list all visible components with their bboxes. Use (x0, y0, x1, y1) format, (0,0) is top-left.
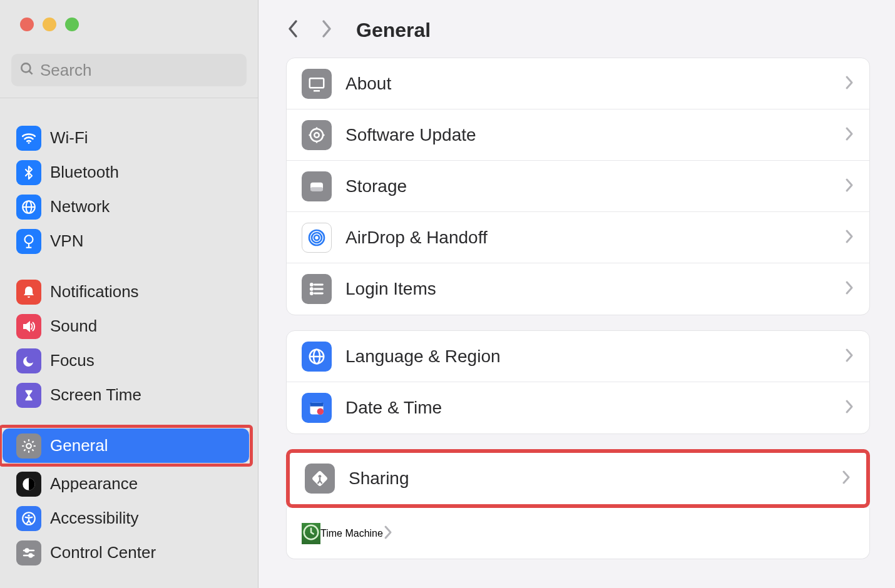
sidebar-item-wifi[interactable]: Wi-Fi (9, 121, 249, 155)
sidebar-item-label: Network (50, 197, 110, 216)
svg-rect-26 (310, 403, 324, 407)
sidebar-item-label: Appearance (50, 474, 138, 494)
sidebar-group: Wi-Fi Bluetooth Network VPN (9, 121, 249, 258)
nav-forward-button[interactable] (319, 18, 334, 43)
chevron-right-icon (844, 347, 854, 366)
sidebar-item-label: Wi-Fi (50, 128, 88, 148)
svg-point-21 (310, 288, 312, 290)
airdrop-icon (302, 223, 332, 253)
svg-rect-16 (310, 187, 323, 191)
row-airdrop[interactable]: AirDrop & Handoff (287, 212, 869, 263)
maximize-button[interactable] (65, 18, 79, 31)
svg-point-29 (319, 475, 322, 478)
svg-point-9 (28, 514, 29, 516)
row-timemachine[interactable]: Time Machine (286, 508, 870, 559)
sidebar-item-focus[interactable]: Focus (9, 343, 249, 378)
sidebar-item-appearance[interactable]: Appearance (9, 467, 249, 501)
svg-point-18 (312, 233, 322, 243)
main-content: General About Software Update (258, 0, 895, 588)
sidebar-item-label: Screen Time (50, 385, 141, 405)
sidebar-item-screentime[interactable]: Screen Time (9, 378, 249, 412)
chevron-right-icon (844, 228, 854, 247)
sidebar-item-label: Sound (50, 317, 97, 336)
sidebar-item-accessibility[interactable]: Accessibility (9, 501, 249, 535)
svg-point-0 (21, 63, 30, 72)
row-about[interactable]: About (287, 58, 869, 109)
globe-icon (302, 342, 332, 372)
chevron-right-icon (841, 469, 851, 488)
row-storage[interactable]: Storage (287, 161, 869, 212)
row-label: AirDrop & Handoff (345, 228, 844, 248)
sidebar-item-general[interactable]: General (3, 428, 249, 463)
row-datetime[interactable]: Date & Time (287, 382, 869, 433)
appearance-icon (16, 472, 41, 497)
sidebar-item-notifications[interactable]: Notifications (9, 275, 249, 309)
row-label: Language & Region (345, 347, 844, 367)
svg-line-1 (29, 71, 32, 74)
row-label: Login Items (345, 279, 844, 299)
sharing-icon (305, 464, 335, 494)
chevron-right-icon (383, 524, 393, 543)
svg-point-14 (314, 133, 319, 138)
minimize-button[interactable] (43, 18, 56, 31)
sidebar: Wi-Fi Bluetooth Network VPN (0, 0, 258, 588)
window-controls (0, 0, 258, 31)
row-label: Date & Time (345, 398, 844, 418)
sidebar-item-label: Accessibility (50, 509, 139, 528)
search-field[interactable] (11, 54, 247, 86)
svg-point-27 (317, 408, 324, 415)
list-icon (302, 274, 332, 304)
vpn-icon (16, 229, 41, 254)
bluetooth-icon (16, 160, 41, 185)
gear-refresh-icon (302, 120, 332, 150)
nav-back-button[interactable] (286, 18, 301, 43)
globe-icon (16, 195, 41, 220)
sidebar-item-network[interactable]: Network (9, 190, 249, 224)
highlight-annotation: Sharing (286, 449, 870, 508)
chevron-right-icon (844, 398, 854, 417)
page-title: General (356, 19, 431, 42)
svg-point-10 (26, 549, 29, 552)
row-label: Storage (345, 176, 844, 196)
wifi-icon (16, 126, 41, 151)
close-button[interactable] (20, 18, 34, 31)
svg-point-13 (310, 129, 323, 141)
chevron-right-icon (844, 126, 854, 144)
search-icon (19, 61, 35, 79)
row-label: Time Machine (320, 528, 383, 539)
sidebar-group: General Appearance Accessibility Contr (9, 425, 249, 570)
sidebar-item-bluetooth[interactable]: Bluetooth (9, 155, 249, 190)
sidebar-item-sound[interactable]: Sound (9, 309, 249, 343)
row-language[interactable]: Language & Region (287, 331, 869, 382)
sidebar-item-vpn[interactable]: VPN (9, 224, 249, 258)
svg-point-17 (314, 235, 319, 240)
row-softwareupdate[interactable]: Software Update (287, 109, 869, 161)
row-sharing[interactable]: Sharing (290, 453, 866, 504)
search-input[interactable] (40, 61, 239, 80)
row-label: Software Update (345, 125, 844, 145)
main-header: General (258, 0, 895, 58)
sidebar-item-label: General (50, 436, 108, 455)
display-icon (302, 69, 332, 99)
highlight-annotation: General (0, 425, 253, 467)
moon-icon (16, 348, 41, 373)
hourglass-icon (16, 383, 41, 408)
row-label: Sharing (349, 469, 841, 489)
chevron-right-icon (844, 177, 854, 196)
svg-point-2 (28, 142, 30, 144)
row-loginitems[interactable]: Login Items (287, 263, 869, 315)
sidebar-item-controlcenter[interactable]: Control Center (9, 535, 249, 570)
svg-rect-12 (310, 78, 324, 88)
sidebar-item-label: Control Center (50, 543, 156, 562)
row-label: About (345, 74, 844, 94)
sidebar-group: Notifications Sound Focus Screen Time (9, 275, 249, 412)
sidebar-item-label: Bluetooth (50, 163, 119, 182)
calendar-icon (302, 393, 332, 423)
sliders-icon (16, 540, 41, 565)
svg-point-20 (310, 283, 312, 285)
chevron-right-icon (844, 280, 854, 298)
timemachine-icon (302, 523, 320, 544)
svg-point-5 (25, 235, 33, 243)
accessibility-icon (16, 506, 41, 531)
sidebar-item-label: VPN (50, 231, 83, 251)
